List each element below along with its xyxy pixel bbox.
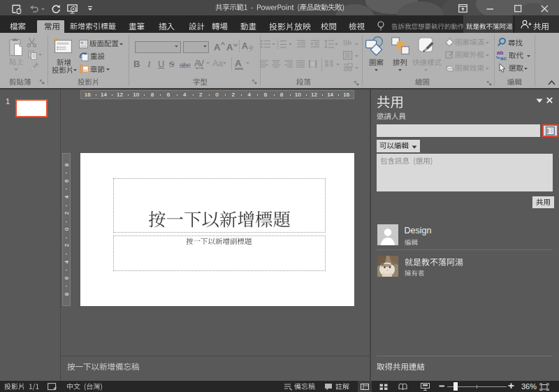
svg-text:A: A <box>349 41 352 45</box>
svg-text:ac: ac <box>500 55 507 61</box>
